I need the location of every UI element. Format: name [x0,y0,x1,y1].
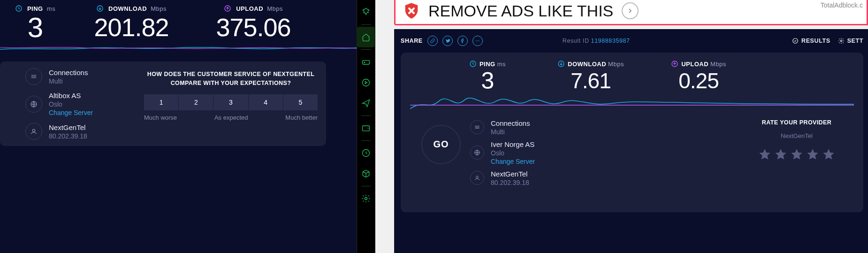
connections-icon [470,120,484,134]
server-name: Altibox AS [49,92,93,100]
survey-label-low: Much worse [144,114,177,121]
sb-play-icon[interactable] [357,72,375,93]
download-icon [557,60,565,69]
sb-gamepad-icon[interactable] [357,52,375,72]
connections-row: ConnectionsMulti [470,119,535,136]
upload-icon [224,5,231,14]
connection-card: Connections Multi Altibox AS Oslo Change… [0,61,326,146]
download-metric: DOWNLOAD Mbps 201.82 [70,5,192,42]
survey-opt-1[interactable]: 1 [144,94,179,110]
star-1[interactable] [758,148,771,161]
settings-button[interactable]: SETT [838,38,863,44]
survey-question: HOW DOES THE CUSTOMER SERVICE OF NEXTGEN… [144,70,318,88]
connections-icon [25,68,42,85]
sb-box-icon[interactable] [357,163,375,184]
survey-box: HOW DOES THE CUSTOMER SERVICE OF NEXTGEN… [144,70,318,121]
isp-row: NextGenTel 80.202.39.18 [25,123,318,140]
sb-clock-icon[interactable] [357,143,375,163]
svg-point-14 [840,40,842,42]
share-bar: SHARE Result ID11988835987 RESULTS SETT [401,36,868,46]
survey-opt-5[interactable]: 5 [283,94,318,110]
share-twitter-icon[interactable] [442,36,453,46]
star-5[interactable] [822,148,835,161]
share-facebook-icon[interactable] [457,36,468,46]
change-server-link[interactable]: Change Server [491,158,535,165]
right-content: SHARE Result ID11988835987 RESULTS SETT … [394,29,868,253]
server-row: Iver Norge ASOsloChange Server [470,140,535,165]
svg-point-10 [476,40,477,41]
result-card: PINGms 3 DOWNLOADMbps 7.61 UPLOADMbps 0.… [401,53,863,212]
right-speedtest-pane: REMOVE ADS LIKE THIS TotalAdblock.c SHAR… [375,0,868,253]
connections-value: Multi [491,128,530,136]
ping-value: 3 [438,69,537,92]
sb-send-icon[interactable] [357,93,375,114]
shield-x-icon [402,1,421,20]
connections-value: Multi [49,77,88,85]
upload-metric: UPLOAD Mbps 375.06 [192,5,314,42]
svg-point-6 [363,79,370,86]
upload-value: 0.25 [645,69,753,93]
change-server-link[interactable]: Change Server [49,109,93,116]
ping-metric: PING ms 3 [0,5,70,42]
star-2[interactable] [774,148,787,161]
speed-graph [410,95,854,112]
upload-unit: Mbps [267,5,283,12]
survey-label-mid: As expected [214,114,248,121]
isp-ip: 80.202.39.18 [491,179,529,186]
survey-opt-4[interactable]: 4 [249,94,283,110]
upload-icon [671,60,678,69]
sb-wallet-icon[interactable] [357,118,375,138]
svg-point-19 [476,176,479,178]
share-label: SHARE [401,38,423,44]
isp-row: NextGenTel80.202.39.18 [470,170,535,186]
survey-label-high: Much better [285,114,318,121]
results-button[interactable]: RESULTS [792,38,830,44]
globe-icon [470,146,484,160]
sb-razer-icon[interactable] [357,2,375,23]
download-metric: DOWNLOADMbps 7.61 [537,60,645,93]
sb-home-icon[interactable] [357,27,375,47]
user-icon [25,123,42,140]
share-more-icon[interactable] [472,36,483,46]
star-4[interactable] [806,148,819,161]
speed-graph [0,42,357,54]
result-id-value[interactable]: 11988835987 [591,38,630,44]
server-name: Iver Norge AS [491,140,535,148]
download-unit: Mbps [151,5,167,12]
metrics-row: PING ms 3 DOWNLOAD Mbps 201.82 UPLOAD Mb… [0,0,357,42]
svg-point-9 [365,198,367,200]
download-value: 201.82 [70,14,192,41]
ad-arrow-icon[interactable] [622,2,639,19]
ad-brand: TotalAdblock.c [821,1,863,9]
upload-metric: UPLOADMbps 0.25 [645,60,753,93]
ping-icon [15,5,23,14]
rate-provider-box: RATE YOUR PROVIDER NextGenTel [758,119,835,186]
ping-label: PING [27,5,43,12]
globe-icon [25,96,42,113]
isp-ip: 80.202.39.18 [49,132,87,140]
left-speedtest-pane: PING ms 3 DOWNLOAD Mbps 201.82 UPLOAD Mb… [0,0,357,253]
share-link-icon[interactable] [427,36,438,46]
connections-label: Connections [491,119,530,127]
rate-provider-name: NextGenTel [758,132,835,139]
go-button[interactable]: GO [421,125,461,164]
star-3[interactable] [790,148,803,161]
survey-opt-3[interactable]: 3 [213,94,248,110]
download-value: 7.61 [537,69,645,93]
server-city: Oslo [49,100,93,108]
isp-name: NextGenTel [49,123,87,131]
app-sidebar [357,0,375,253]
survey-opt-2[interactable]: 2 [179,94,213,110]
ad-banner[interactable]: REMOVE ADS LIKE THIS TotalAdblock.c [394,0,868,25]
isp-name: NextGenTel [491,170,529,178]
result-id: Result ID11988835987 [563,38,630,44]
download-icon [96,5,104,14]
upload-label: UPLOAD [236,5,263,12]
user-icon [470,171,484,185]
ping-value: 3 [0,14,70,42]
rate-title: RATE YOUR PROVIDER [758,119,835,126]
sb-gear-icon[interactable] [357,188,375,209]
ping-metric: PINGms 3 [438,60,537,93]
svg-rect-5 [363,61,370,64]
connections-label: Connections [49,69,88,77]
